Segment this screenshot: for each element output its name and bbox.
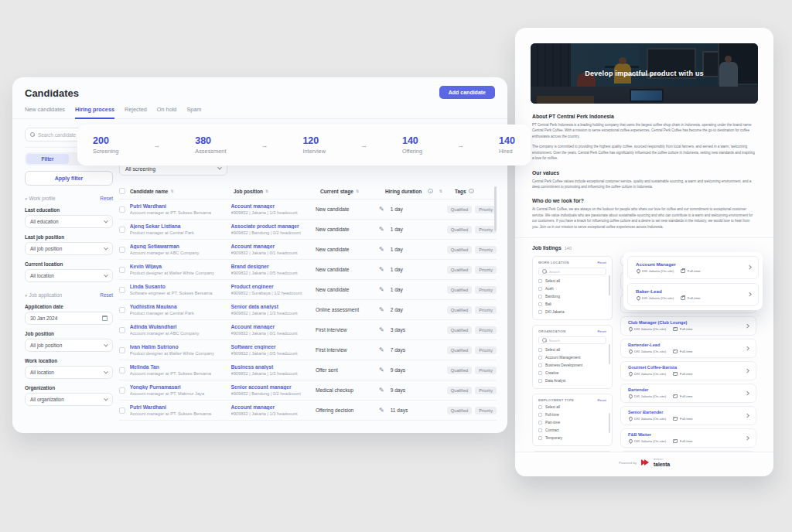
checkbox[interactable]	[538, 436, 542, 440]
job-position-link[interactable]: Software engineer	[231, 344, 316, 350]
checkbox[interactable]	[538, 295, 542, 298]
edit-icon[interactable]: ✎	[379, 407, 384, 414]
edit-icon[interactable]: ✎	[379, 346, 384, 353]
candidate-name-link[interactable]: Kevin Wijaya	[130, 264, 231, 269]
job-card[interactable]: Club Manager (Club Lounge) DKI Jakarta (…	[620, 316, 756, 336]
tab-new-candidates[interactable]: New candidates	[25, 106, 65, 118]
row-checkbox[interactable]	[119, 287, 125, 293]
table-row[interactable]: Agung Setiawarman Account manager at ABC…	[119, 240, 497, 260]
job-position-link[interactable]: Brand designer	[231, 264, 316, 269]
pipeline-stage-offering[interactable]: 140 Offering	[402, 135, 422, 155]
checkbox[interactable]	[538, 405, 542, 409]
row-checkbox[interactable]	[119, 367, 125, 373]
filter-search-input[interactable]	[538, 336, 606, 344]
filter-select[interactable]: All organization	[25, 393, 113, 406]
candidate-name-link[interactable]: Putri Wardhani	[130, 404, 231, 410]
pipeline-stage-interview[interactable]: 120 Interview	[302, 135, 326, 155]
job-card[interactable]: Senior Bartender DKI Jakarta (On-site) F…	[620, 406, 756, 425]
checkbox[interactable]	[538, 348, 542, 352]
table-row[interactable]: Ajeng Sekar Listiana Product manager at …	[119, 220, 497, 240]
filter-option[interactable]: Select all	[538, 346, 606, 353]
job-card[interactable]: Bartender-Lead DKI Jakarta (On-site) Ful…	[620, 339, 756, 358]
job-position-link[interactable]: Product engineer	[231, 284, 316, 289]
edit-icon[interactable]: ✎	[379, 306, 384, 313]
job-card[interactable]: Baker-Lead DKI Jakarta (On-site) Full-ti…	[627, 283, 759, 306]
job-title[interactable]: Gourmet Coffee-Barista	[628, 365, 749, 370]
row-checkbox[interactable]	[119, 327, 125, 333]
job-card[interactable]: Bartender DKI Jakarta (On-site) Full-tim…	[620, 384, 756, 403]
job-position-link[interactable]: Senior data analyst	[231, 304, 316, 309]
row-checkbox[interactable]	[119, 347, 125, 353]
row-checkbox[interactable]	[119, 408, 125, 414]
select-all-checkbox[interactable]	[119, 188, 125, 194]
tab-rejected[interactable]: Rejected	[125, 106, 147, 118]
candidate-name-link[interactable]: Ajeng Sekar Listiana	[130, 223, 231, 229]
checkbox[interactable]	[538, 413, 542, 417]
checkbox[interactable]	[538, 379, 542, 383]
checkbox[interactable]	[538, 279, 542, 283]
filter-select[interactable]: All job position	[25, 242, 113, 255]
filter-option[interactable]: Bali	[538, 301, 606, 307]
job-title[interactable]: Account Manager	[636, 261, 750, 267]
filter-reset-link[interactable]: Reset	[598, 398, 606, 402]
table-scrollbar[interactable]	[494, 186, 497, 231]
row-checkbox[interactable]	[119, 206, 125, 213]
edit-icon[interactable]: ✎	[379, 367, 384, 373]
filter-search-input[interactable]	[538, 268, 606, 275]
job-card[interactable]: F&B Waiter DKI Jakarta (On-site) Full-ti…	[620, 428, 756, 448]
checkbox[interactable]	[538, 310, 542, 314]
filter-option[interactable]: Contract	[538, 427, 606, 433]
scrollbar[interactable]	[609, 275, 610, 295]
reset-link[interactable]: Reset	[100, 196, 113, 201]
scrollbar[interactable]	[609, 344, 610, 364]
job-position-link[interactable]: Associate product manager	[231, 223, 316, 229]
filter-option[interactable]: Creative	[538, 370, 606, 376]
filter-select[interactable]: All education	[25, 215, 113, 228]
sort-icon[interactable]: ⇅	[439, 189, 442, 193]
table-row[interactable]: Linda Susanto Software engineer at PT. S…	[119, 280, 497, 300]
edit-icon[interactable]: ✎	[379, 387, 384, 394]
table-row[interactable]: Putri Wardhani Account manager at PT. Su…	[119, 401, 497, 421]
filter-reset-link[interactable]: Reset	[598, 261, 606, 264]
row-checkbox[interactable]	[119, 227, 125, 233]
filter-select[interactable]: All location	[25, 366, 113, 379]
job-position-link[interactable]: Account manager	[231, 404, 316, 410]
job-title[interactable]: Baker-Lead	[636, 288, 750, 294]
filter-toggle-button[interactable]: Filter	[26, 154, 69, 164]
table-row[interactable]: Ivan Halim Sutriono Product designer at …	[119, 340, 497, 360]
job-card[interactable]: Gourmet Coffee-Barista DKI Jakarta (On-s…	[620, 361, 756, 380]
job-position-link[interactable]: Account manager	[231, 203, 316, 209]
edit-icon[interactable]: ✎	[379, 246, 384, 253]
candidate-name-link[interactable]: Linda Susanto	[130, 284, 231, 289]
checkbox[interactable]	[538, 302, 542, 306]
caret-down-icon[interactable]: ▾	[25, 293, 27, 298]
edit-icon[interactable]: ✎	[379, 326, 384, 333]
filter-option[interactable]: Temporary	[538, 435, 606, 441]
job-position-link[interactable]: Senior account manager	[231, 384, 316, 390]
tab-on-hold[interactable]: On hold	[157, 106, 177, 118]
reset-link[interactable]: Reset	[100, 292, 113, 298]
checkbox[interactable]	[538, 421, 542, 425]
row-checkbox[interactable]	[119, 307, 125, 313]
pipeline-stage-hired[interactable]: 140 Hired	[499, 135, 515, 155]
table-row[interactable]: Adinda Wulandhari Account manager at ABC…	[119, 320, 497, 340]
table-row[interactable]: Kevin Wijaya Product designer at Walter …	[119, 260, 497, 280]
scrollbar[interactable]	[609, 413, 610, 433]
job-position-link[interactable]: Account manager	[231, 324, 316, 329]
caret-down-icon[interactable]: ▾	[25, 196, 27, 201]
job-title[interactable]: Club Manager (Club Lounge)	[628, 320, 749, 325]
checkbox[interactable]	[538, 428, 542, 432]
sort-icon[interactable]: ⇅	[265, 189, 268, 193]
job-position-link[interactable]: Account manager	[231, 244, 316, 249]
checkbox[interactable]	[538, 287, 542, 291]
application-date-picker[interactable]: 30 Jan 2024	[25, 312, 113, 325]
table-row[interactable]: Putri Wardhani Account manager at PT. Su…	[119, 200, 497, 220]
checkbox[interactable]	[538, 356, 542, 360]
filter-reset-link[interactable]: Reset	[598, 329, 606, 333]
table-row[interactable]: Yudhistira Maulana Product manager at Ce…	[119, 300, 497, 320]
job-title[interactable]: Bartender	[628, 387, 749, 392]
candidate-name-link[interactable]: Ivan Halim Sutriono	[130, 344, 231, 350]
edit-icon[interactable]: ✎	[379, 266, 384, 273]
checkbox[interactable]	[538, 363, 542, 367]
filter-option[interactable]: DKI Jakarta	[538, 309, 606, 315]
